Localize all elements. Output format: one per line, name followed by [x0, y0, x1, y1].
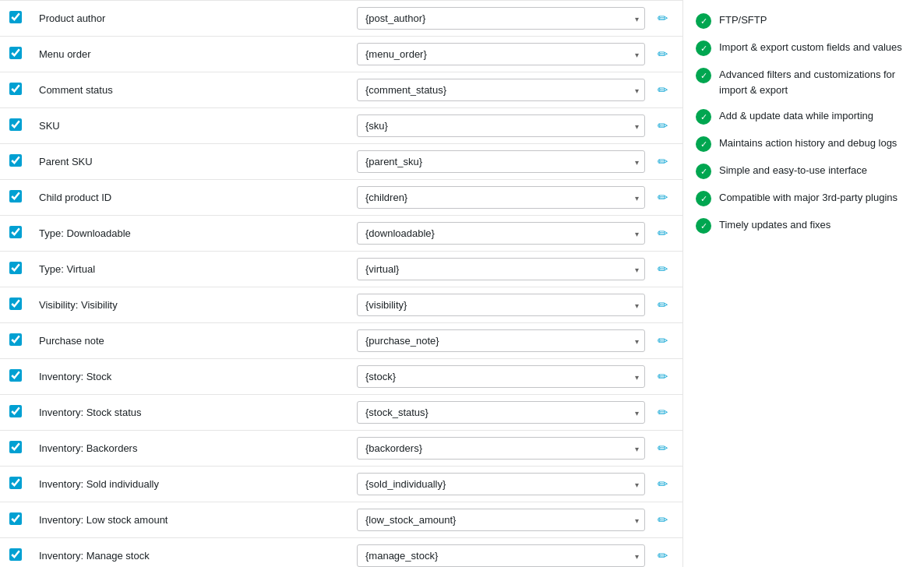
field-checkbox[interactable]	[9, 512, 22, 525]
field-select-cell: {low_stock_amount}▾	[357, 509, 645, 531]
field-label: Inventory: Backorders	[33, 442, 357, 454]
edit-field-button[interactable]: ✏	[651, 44, 673, 65]
field-checkbox[interactable]	[9, 333, 22, 346]
pencil-icon: ✏	[658, 548, 668, 563]
field-checkbox[interactable]	[9, 548, 22, 561]
feature-item: ✓Add & update data while importing	[696, 108, 912, 125]
table-row: Visibility: Visibility{visibility}▾✏	[0, 287, 682, 323]
pencil-icon: ✏	[658, 190, 668, 205]
field-checkbox[interactable]	[9, 154, 22, 167]
field-select[interactable]: {children}	[357, 186, 645, 209]
table-row: Menu order{menu_order}▾✏	[0, 37, 682, 72]
edit-field-button[interactable]: ✏	[651, 115, 673, 136]
field-select[interactable]: {visibility}	[357, 294, 645, 316]
field-checkbox[interactable]	[9, 369, 22, 382]
feature-item: ✓Timely updates and fixes	[696, 217, 912, 234]
edit-field-button[interactable]: ✏	[651, 438, 673, 459]
field-select-cell: {visibility}▾	[357, 294, 645, 316]
field-checkbox[interactable]	[9, 405, 22, 417]
table-row: Inventory: Sold individually{sold_indivi…	[0, 467, 682, 502]
field-checkbox-cell	[9, 118, 33, 133]
field-select[interactable]: {backorders}	[357, 437, 645, 460]
edit-field-button[interactable]: ✏	[651, 151, 673, 172]
field-select-cell: {menu_order}▾	[357, 43, 645, 65]
field-select[interactable]: {stock}	[357, 365, 645, 388]
field-checkbox[interactable]	[9, 226, 22, 238]
field-checkbox-cell	[9, 262, 33, 276]
field-select-cell: {parent_sku}▾	[357, 150, 645, 173]
edit-field-button[interactable]: ✏	[651, 223, 673, 244]
field-select[interactable]: {low_stock_amount}	[357, 509, 645, 531]
table-row: Parent SKU{parent_sku}▾✏	[0, 144, 682, 180]
table-row: SKU{sku}▾✏	[0, 108, 682, 144]
feature-text: FTP/SFTP	[719, 12, 767, 28]
field-label: SKU	[33, 120, 357, 132]
field-select[interactable]: {post_author}	[357, 7, 645, 30]
field-select[interactable]: {downloadable}	[357, 222, 645, 245]
field-select[interactable]: {sold_individually}	[357, 473, 645, 495]
field-label: Inventory: Sold individually	[33, 478, 357, 490]
field-checkbox-cell	[9, 441, 33, 456]
field-checkbox-cell	[9, 83, 33, 97]
field-checkbox[interactable]	[9, 298, 22, 310]
field-select[interactable]: {purchase_note}	[357, 329, 645, 352]
table-row: Inventory: Manage stock{manage_stock}▾✏	[0, 538, 682, 567]
field-label: Type: Downloadable	[33, 227, 357, 239]
edit-field-button[interactable]: ✏	[651, 259, 673, 280]
edit-field-button[interactable]: ✏	[651, 366, 673, 387]
field-checkbox[interactable]	[9, 11, 22, 23]
field-select-cell: {stock_status}▾	[357, 401, 645, 424]
table-row: Inventory: Stock status{stock_status}▾✏	[0, 395, 682, 431]
field-label: Parent SKU	[33, 156, 357, 167]
field-select[interactable]: {stock_status}	[357, 401, 645, 424]
field-select[interactable]: {menu_order}	[357, 43, 645, 65]
field-select-cell: {downloadable}▾	[357, 222, 645, 245]
feature-item: ✓FTP/SFTP	[696, 12, 912, 29]
field-select[interactable]: {virtual}	[357, 258, 645, 280]
field-checkbox[interactable]	[9, 477, 22, 489]
field-checkbox[interactable]	[9, 262, 22, 274]
check-circle-icon: ✓	[696, 164, 711, 179]
field-select[interactable]: {parent_sku}	[357, 150, 645, 173]
feature-text: Add & update data while importing	[719, 108, 873, 124]
pencil-icon: ✏	[658, 298, 668, 312]
edit-field-button[interactable]: ✏	[651, 474, 673, 495]
edit-field-button[interactable]: ✏	[651, 545, 673, 566]
field-select[interactable]: {comment_status}	[357, 79, 645, 101]
field-checkbox[interactable]	[9, 47, 22, 59]
table-row: Inventory: Backorders{backorders}▾✏	[0, 431, 682, 467]
field-select[interactable]: {sku}	[357, 114, 645, 137]
edit-field-button[interactable]: ✏	[651, 294, 673, 315]
field-label: Menu order	[33, 48, 357, 60]
field-checkbox-cell	[9, 477, 33, 491]
table-row: Type: Downloadable{downloadable}▾✏	[0, 216, 682, 252]
field-checkbox-cell	[9, 512, 33, 527]
field-label: Visibility: Visibility	[33, 299, 357, 311]
sidebar-features: ✓FTP/SFTP✓Import & export custom fields …	[682, 0, 924, 567]
edit-field-button[interactable]: ✏	[651, 79, 673, 100]
table-row: Product author{post_author}▾✏	[0, 0, 682, 37]
field-checkbox[interactable]	[9, 83, 22, 95]
field-label: Child product ID	[33, 192, 357, 203]
feature-item: ✓Simple and easy-to-use interface	[696, 163, 912, 179]
pencil-icon: ✏	[658, 262, 668, 276]
edit-field-button[interactable]: ✏	[651, 330, 673, 351]
field-checkbox[interactable]	[9, 118, 22, 131]
edit-field-button[interactable]: ✏	[651, 509, 673, 530]
pencil-icon: ✏	[658, 11, 668, 26]
field-checkbox[interactable]	[9, 441, 22, 453]
check-circle-icon: ✓	[696, 191, 711, 206]
field-checkbox[interactable]	[9, 190, 22, 202]
field-select[interactable]: {manage_stock}	[357, 544, 645, 567]
edit-field-button[interactable]: ✏	[651, 8, 673, 29]
check-circle-icon: ✓	[696, 109, 711, 125]
check-circle-icon: ✓	[696, 136, 711, 152]
edit-field-button[interactable]: ✏	[651, 402, 673, 423]
feature-item: ✓Compatible with major 3rd-party plugins	[696, 190, 912, 206]
field-checkbox-cell	[9, 298, 33, 312]
field-label: Inventory: Manage stock	[33, 550, 357, 562]
pencil-icon: ✏	[658, 118, 668, 133]
edit-field-button[interactable]: ✏	[651, 187, 673, 208]
field-checkbox-cell	[9, 369, 33, 384]
field-label: Inventory: Stock	[33, 371, 357, 382]
